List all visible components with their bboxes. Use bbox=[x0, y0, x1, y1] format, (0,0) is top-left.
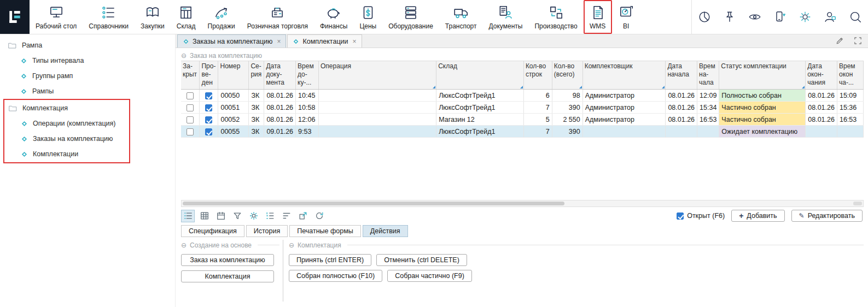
sort-button[interactable] bbox=[279, 210, 293, 222]
topbar-item-references[interactable]: Справочники bbox=[83, 0, 135, 34]
topbar-search-button[interactable] bbox=[843, 0, 868, 34]
scrollbar-corner[interactable] bbox=[853, 202, 862, 205]
topbar-mobile-button[interactable] bbox=[767, 0, 793, 34]
calendar-button[interactable] bbox=[214, 210, 228, 222]
topbar-item-desktop[interactable]: Рабочий стол bbox=[30, 0, 83, 34]
column-header-end_date[interactable]: Дата окон- чания bbox=[806, 61, 837, 90]
column-header-status[interactable]: Статус комплектации bbox=[719, 61, 806, 90]
filter-button[interactable] bbox=[230, 210, 244, 222]
column-header-start_time[interactable]: Врем на- чала bbox=[697, 61, 719, 90]
topbar-eye-button[interactable] bbox=[742, 0, 767, 34]
grid-view-button[interactable] bbox=[197, 210, 211, 222]
picking-button-r2-0[interactable]: Собран полностью (F10) bbox=[289, 270, 382, 282]
tab-close-icon[interactable]: × bbox=[353, 38, 357, 45]
posted-checkbox[interactable] bbox=[205, 128, 212, 135]
app-logo[interactable] bbox=[0, 0, 30, 34]
sidebar-item[interactable]: Комплектации bbox=[4, 146, 129, 162]
topbar-gear-button[interactable] bbox=[793, 0, 818, 34]
cell-qty: 2 550 bbox=[552, 114, 582, 126]
topbar-item-transport[interactable]: Транспорт bbox=[439, 0, 483, 34]
create-from-button-0[interactable]: Заказ на комплектацию bbox=[181, 254, 274, 266]
column-header-doc_date[interactable]: Дата доку- мента bbox=[264, 61, 296, 90]
closed-checkbox[interactable] bbox=[187, 128, 194, 135]
collapse-icon[interactable]: ⊖ bbox=[181, 52, 187, 59]
collapse-icon[interactable]: ⊖ bbox=[181, 242, 187, 249]
fullscreen-icon[interactable] bbox=[853, 36, 863, 45]
column-header-start_date[interactable]: Дата начала bbox=[666, 61, 697, 90]
picking-button-r2-1[interactable]: Собран частично (F9) bbox=[387, 270, 472, 282]
column-header-picker[interactable]: Комплектовщик bbox=[582, 61, 666, 90]
sidebar-item[interactable]: Группы рамп bbox=[0, 68, 175, 84]
column-header-warehouse[interactable]: Склад bbox=[436, 61, 524, 90]
posted-checkbox[interactable] bbox=[205, 92, 212, 99]
topbar-item-bi[interactable]: BI bbox=[612, 0, 640, 34]
picking-button-r1-0[interactable]: Принять (ctrl ENTER) bbox=[289, 254, 371, 266]
posted-checkbox[interactable] bbox=[205, 116, 212, 123]
eye-icon bbox=[748, 10, 762, 24]
scrollbar-thumb[interactable] bbox=[183, 202, 564, 205]
topbar-item-equipment[interactable]: Оборудование bbox=[382, 0, 439, 34]
document-tab-0[interactable]: Заказы на комплектацию× bbox=[177, 34, 286, 48]
column-header-end_time[interactable]: Врем окон ча-... bbox=[837, 61, 863, 90]
topbar-pie-button[interactable] bbox=[692, 0, 717, 34]
picking-button-r1-1[interactable]: Отменить (ctrl DELETE) bbox=[376, 254, 467, 266]
column-header-operation[interactable]: Операция bbox=[319, 61, 436, 90]
topbar-item-sales[interactable]: Продажи bbox=[202, 0, 241, 34]
column-header-doc_time[interactable]: Врем до- ку-... bbox=[296, 61, 319, 90]
detail-tab-1[interactable]: История bbox=[246, 225, 288, 237]
sidebar-item[interactable]: Заказы на комплектацию bbox=[4, 131, 129, 146]
topbar-item-purchases[interactable]: Закупки bbox=[135, 0, 171, 34]
settings-icon bbox=[249, 211, 259, 221]
tab-label: Заказы на комплектацию bbox=[193, 38, 272, 45]
detail-tab-3[interactable]: Действия bbox=[363, 225, 408, 237]
numbered-list-button[interactable] bbox=[263, 210, 277, 222]
sidebar-item[interactable]: Операции (комплектация) bbox=[4, 116, 129, 131]
closed-checkbox[interactable] bbox=[187, 92, 194, 99]
topbar-item-production[interactable]: Производство bbox=[528, 0, 583, 34]
warehouse-icon bbox=[178, 4, 194, 21]
detail-tab-2[interactable]: Печатные формы bbox=[289, 225, 361, 237]
column-header-closed[interactable]: За- крыт bbox=[181, 61, 200, 90]
closed-checkbox[interactable] bbox=[187, 104, 194, 111]
table-row-00052[interactable]: 00052ЗК08.01.2612:06Магазин 1252 550Адми… bbox=[181, 114, 864, 126]
column-header-lines[interactable]: Кол-во строк bbox=[523, 61, 552, 90]
posted-checkbox[interactable] bbox=[205, 104, 212, 111]
add-button[interactable]: + Добавить bbox=[731, 210, 784, 222]
topbar-item-finance[interactable]: Финансы bbox=[314, 0, 353, 34]
table-row-00050[interactable]: 00050ЗК08.01.2610:45ЛюксСофтТрейд1698Адм… bbox=[181, 90, 864, 102]
topbar-item-wms[interactable]: WMS bbox=[584, 0, 612, 34]
collapse-icon[interactable]: ⊖ bbox=[289, 242, 294, 249]
sidebar-item[interactable]: Типы интервала bbox=[0, 53, 175, 68]
table-row-00055[interactable]: 00055ЗК09.01.269:53ЛюксСофтТрейд17390Ожи… bbox=[181, 126, 864, 138]
topbar-item-prices[interactable]: Цены bbox=[353, 0, 382, 34]
sidebar-item[interactable]: Рампы bbox=[0, 84, 175, 99]
topbar-pin-button[interactable] bbox=[717, 0, 742, 34]
create-from-button-1[interactable]: Комплектация bbox=[181, 270, 274, 282]
settings-button[interactable] bbox=[247, 210, 260, 222]
horizontal-scrollbar[interactable] bbox=[181, 200, 864, 207]
closed-checkbox[interactable] bbox=[187, 116, 194, 123]
document-tab-1[interactable]: Комплектации× bbox=[287, 34, 362, 48]
cell-lines: 5 bbox=[523, 114, 552, 126]
list-view-button[interactable] bbox=[181, 210, 195, 222]
open-filter-checkbox[interactable]: Открыт (F6) bbox=[677, 212, 725, 220]
column-header-number[interactable]: Номер bbox=[218, 61, 249, 90]
topbar-item-retail[interactable]: Розничная торговля bbox=[241, 0, 314, 34]
export-button[interactable] bbox=[296, 210, 310, 222]
detail-tab-0[interactable]: Спецификация bbox=[181, 225, 244, 237]
column-header-series[interactable]: Се- рия bbox=[249, 61, 264, 90]
sidebar-folder[interactable]: Комплектация bbox=[4, 101, 129, 116]
edit-pencil-icon[interactable] bbox=[835, 36, 844, 45]
column-header-posted[interactable]: Про- ве- ден bbox=[200, 61, 218, 90]
topbar-item-documents[interactable]: Документы bbox=[483, 0, 529, 34]
topbar-item-warehouse[interactable]: Склад bbox=[171, 0, 202, 34]
production-icon bbox=[548, 4, 564, 21]
edit-button[interactable]: ✎ Редактировать bbox=[791, 210, 863, 222]
topbar-user-button[interactable] bbox=[818, 0, 843, 34]
sidebar-folder[interactable]: Рампа bbox=[0, 38, 175, 53]
tab-close-icon[interactable]: × bbox=[277, 38, 281, 45]
table-row-00051[interactable]: 00051ЗК08.01.2610:58ЛюксСофтТрейд17390Ад… bbox=[181, 102, 864, 114]
refresh-button[interactable] bbox=[312, 210, 326, 222]
column-header-qty[interactable]: Кол-во (всего) bbox=[552, 61, 582, 90]
topbar-item-label: Розничная торговля bbox=[247, 22, 308, 30]
